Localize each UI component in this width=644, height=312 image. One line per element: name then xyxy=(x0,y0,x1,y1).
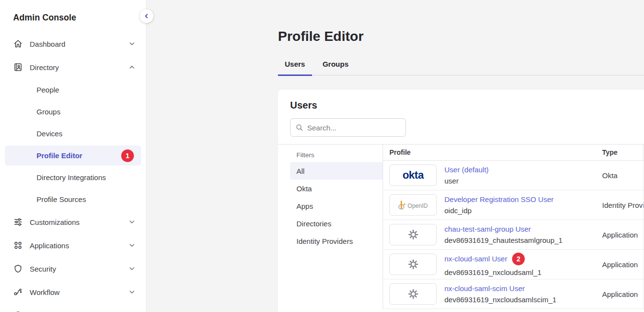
gear-icon xyxy=(408,259,419,270)
profiles-table: Profile Type okta User (default) us xyxy=(383,145,644,310)
sidebar-item-people[interactable]: People xyxy=(5,79,141,101)
page-title: Profile Editor xyxy=(278,28,644,45)
filter-directories[interactable]: Directories xyxy=(290,215,383,232)
annotation-badge-2: 2 xyxy=(512,253,525,265)
sidebar-item-dashboard[interactable]: Dashboard xyxy=(0,32,146,55)
sidebar-nav: Dashboard Directory People Groups Device… xyxy=(0,32,146,312)
sidebar-item-devices[interactable]: Devices xyxy=(5,123,141,145)
sidebar-item-security[interactable]: Security xyxy=(0,257,146,280)
sidebar-item-label: People xyxy=(37,86,59,94)
tab-bar: Users Groups xyxy=(278,59,644,75)
sidebar-item-label: Dashboard xyxy=(30,40,65,48)
sidebar-collapse-button[interactable] xyxy=(140,9,153,23)
profile-link-nx-cloud-saml-scim[interactable]: nx-cloud-saml-scim User xyxy=(444,284,525,293)
profile-type: Application xyxy=(602,231,643,239)
profile-type: Application xyxy=(602,260,643,269)
sidebar-item-label: Profile Editor xyxy=(37,151,82,160)
sidebar-item-label: Directory xyxy=(30,63,59,72)
filter-apps[interactable]: Apps xyxy=(290,197,383,215)
sidebar-item-directory-integrations[interactable]: Directory Integrations xyxy=(5,166,141,188)
sliders-icon xyxy=(13,217,23,227)
chevron-down-icon xyxy=(129,265,135,272)
tab-users[interactable]: Users xyxy=(278,59,312,76)
sidebar-item-label: Security xyxy=(30,265,56,273)
sidebar: Admin Console Dashboard Directory People… xyxy=(0,0,147,312)
profile-link-user-default[interactable]: User (default) xyxy=(444,165,489,174)
app-gear-logo xyxy=(389,283,437,305)
annotation-badge-1: 1 xyxy=(121,149,134,162)
gear-icon xyxy=(408,229,419,240)
chevron-down-icon xyxy=(129,289,135,295)
profile-type: Okta xyxy=(602,171,643,180)
sidebar-item-label: Devices xyxy=(37,129,62,138)
openid-logo: OpenID xyxy=(389,194,437,216)
column-header-type: Type xyxy=(602,148,643,156)
table-row: nx-cloud-saml User 2 dev86931619_nxcloud… xyxy=(383,250,644,279)
profile-type: Identity Provider xyxy=(602,201,643,209)
chevron-down-icon xyxy=(129,40,135,47)
table-row: nx-cloud-saml-scim User dev86931619_nxcl… xyxy=(383,279,644,309)
app-title: Admin Console xyxy=(0,0,146,23)
sidebar-item-label: Profile Sources xyxy=(37,195,86,203)
filter-okta[interactable]: Okta xyxy=(290,180,383,197)
table-row: okta User (default) user Okta xyxy=(383,161,644,190)
sidebar-item-profile-editor[interactable]: Profile Editor 1 xyxy=(5,146,141,165)
sidebar-item-partial[interactable] xyxy=(0,304,146,312)
sidebar-item-label: Groups xyxy=(37,108,60,116)
profile-id: oidc_idp xyxy=(444,206,553,215)
profile-link-chau-test-saml-group[interactable]: chau-test-saml-group User xyxy=(444,225,531,233)
profile-type: Application xyxy=(602,290,643,298)
table-row: OpenID Developer Registration SSO User o… xyxy=(383,190,644,220)
users-panel: Users Filters All Okta Apps Directories … xyxy=(278,90,644,312)
profile-id: user xyxy=(444,177,489,185)
chevron-up-icon xyxy=(129,64,135,71)
home-icon xyxy=(13,39,23,49)
profile-link-dev-registration-sso[interactable]: Developer Registration SSO User xyxy=(444,195,553,203)
chevron-left-icon xyxy=(143,13,150,19)
shield-icon xyxy=(13,264,23,274)
main-content: Profile Editor Users Groups Users Filter… xyxy=(147,0,644,312)
panel-heading: Users xyxy=(290,100,632,111)
filters-label: Filters xyxy=(290,148,383,162)
sidebar-item-directory[interactable]: Directory xyxy=(0,55,146,79)
workflow-icon xyxy=(13,287,23,297)
chevron-down-icon xyxy=(129,219,135,225)
sidebar-item-workflow[interactable]: Workflow xyxy=(0,280,146,304)
app-gear-logo xyxy=(389,254,437,275)
app-gear-logo xyxy=(389,224,437,245)
sidebar-item-label: Applications xyxy=(30,241,69,250)
profile-id: dev86931619_nxcloudsamlscim_1 xyxy=(444,295,556,304)
filter-all[interactable]: All xyxy=(290,162,383,180)
sidebar-item-label: Customizations xyxy=(30,218,80,226)
openid-mark-icon xyxy=(398,200,405,210)
search-input[interactable] xyxy=(290,118,406,137)
profile-link-nx-cloud-saml[interactable]: nx-cloud-saml User xyxy=(444,255,507,263)
table-row: chau-test-saml-group User dev86931619_ch… xyxy=(383,220,644,250)
sidebar-item-applications[interactable]: Applications xyxy=(0,234,146,257)
column-header-profile: Profile xyxy=(383,148,602,156)
id-card-icon xyxy=(13,62,23,72)
search-icon xyxy=(295,124,303,133)
sidebar-item-label: Workflow xyxy=(30,288,59,296)
apps-grid-icon xyxy=(13,240,23,250)
profile-id: dev86931619_chautestsamlgroup_1 xyxy=(444,236,563,244)
gear-icon xyxy=(408,289,419,299)
filter-identity-providers[interactable]: Identity Providers xyxy=(290,232,383,250)
profile-id: dev86931619_nxcloudsaml_1 xyxy=(444,268,541,276)
sidebar-item-customizations[interactable]: Customizations xyxy=(0,210,146,234)
okta-logo: okta xyxy=(389,165,437,186)
sidebar-item-groups[interactable]: Groups xyxy=(5,101,141,123)
filters-panel: Filters All Okta Apps Directories Identi… xyxy=(278,145,383,310)
tab-groups[interactable]: Groups xyxy=(316,59,355,76)
sidebar-item-label: Directory Integrations xyxy=(37,173,106,182)
sidebar-item-profile-sources[interactable]: Profile Sources xyxy=(5,188,141,210)
table-header: Profile Type xyxy=(383,145,644,161)
chevron-down-icon xyxy=(129,242,135,249)
